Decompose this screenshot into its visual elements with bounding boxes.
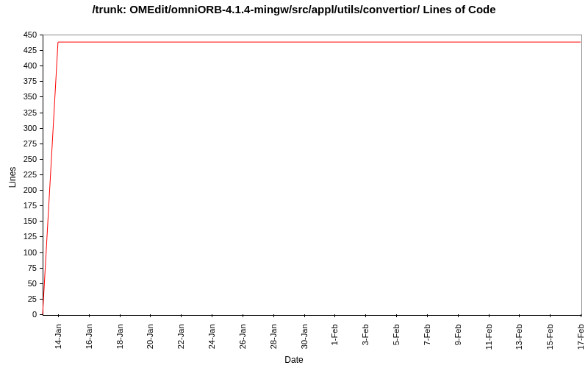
x-tick-mark xyxy=(304,314,305,317)
y-tick-mark xyxy=(40,50,43,51)
x-tick-label: 30-Jan xyxy=(300,325,308,369)
x-tick-mark xyxy=(365,314,366,317)
x-tick-mark xyxy=(150,314,151,317)
x-tick-label: 13-Feb xyxy=(515,325,523,369)
y-tick-mark xyxy=(40,283,43,284)
y-tick-mark xyxy=(40,236,43,237)
x-tick-mark xyxy=(181,314,182,317)
y-tick-mark xyxy=(40,190,43,191)
x-tick-label: 17-Feb xyxy=(577,325,585,369)
y-tick-label: 75 xyxy=(0,264,37,272)
chart-container: /trunk: OMEdit/omniORB-4.1.4-mingw/src/a… xyxy=(0,0,588,368)
x-tick-label: 22-Jan xyxy=(177,325,185,369)
x-tick-label: 9-Feb xyxy=(453,325,462,369)
y-tick-mark xyxy=(40,221,43,222)
y-tick-mark xyxy=(40,128,43,129)
x-tick-label: 28-Jan xyxy=(269,325,277,369)
y-tick-mark xyxy=(40,268,43,269)
y-tick-mark xyxy=(40,205,43,206)
y-tick-label: 375 xyxy=(0,77,37,85)
y-tick-label: 25 xyxy=(0,295,37,303)
x-tick-mark xyxy=(489,314,490,317)
y-tick-mark xyxy=(40,113,43,113)
y-tick-label: 125 xyxy=(0,233,37,241)
x-tick-label: 26-Jan xyxy=(238,325,246,369)
y-tick-label: 400 xyxy=(0,62,37,70)
x-tick-label: 11-Feb xyxy=(484,325,492,369)
y-tick-label: 200 xyxy=(0,186,37,194)
x-tick-label: 5-Feb xyxy=(392,325,401,369)
x-tick-label: 20-Jan xyxy=(146,325,154,369)
x-tick-mark xyxy=(89,314,90,317)
x-tick-label: 18-Jan xyxy=(115,325,123,369)
x-tick-label: 16-Jan xyxy=(85,325,93,369)
x-tick-mark xyxy=(243,314,243,317)
y-tick-label: 425 xyxy=(0,46,37,54)
y-tick-mark xyxy=(40,66,43,66)
y-tick-label: 0 xyxy=(0,311,37,319)
x-tick-mark xyxy=(212,314,212,317)
y-tick-mark xyxy=(40,174,43,175)
y-tick-mark xyxy=(40,96,43,97)
x-tick-mark xyxy=(458,314,459,317)
y-tick-mark xyxy=(40,144,43,144)
x-tick-mark xyxy=(120,314,121,317)
x-tick-mark xyxy=(427,314,428,317)
x-tick-label: 24-Jan xyxy=(208,325,216,369)
y-tick-mark xyxy=(40,299,43,300)
y-tick-label: 175 xyxy=(0,202,37,210)
x-tick-label: 3-Feb xyxy=(362,325,370,369)
x-tick-mark xyxy=(519,314,520,317)
x-tick-mark xyxy=(581,314,581,317)
x-tick-mark xyxy=(58,314,59,317)
y-tick-mark xyxy=(40,252,43,253)
y-tick-label: 100 xyxy=(0,249,37,257)
y-tick-label: 350 xyxy=(0,93,37,101)
x-tick-mark xyxy=(334,314,335,317)
chart-title: /trunk: OMEdit/omniORB-4.1.4-mingw/src/a… xyxy=(0,3,588,17)
x-tick-label: 15-Feb xyxy=(546,325,554,369)
y-tick-label: 225 xyxy=(0,171,37,179)
y-tick-mark xyxy=(40,81,43,82)
y-tick-label: 300 xyxy=(0,124,37,132)
y-tick-label: 250 xyxy=(0,155,37,163)
y-tick-mark xyxy=(40,35,43,35)
y-tick-label: 450 xyxy=(0,31,37,39)
x-tick-label: 14-Jan xyxy=(54,325,62,369)
y-tick-label: 150 xyxy=(0,217,37,225)
y-tick-label: 275 xyxy=(0,140,37,148)
x-tick-label: 1-Feb xyxy=(331,325,339,369)
y-tick-label: 325 xyxy=(0,109,37,117)
x-tick-mark xyxy=(396,314,397,317)
y-tick-mark xyxy=(40,314,43,315)
plot-area xyxy=(43,35,582,316)
x-tick-mark xyxy=(273,314,274,317)
x-tick-label: 7-Feb xyxy=(423,325,431,369)
y-tick-mark xyxy=(40,159,43,160)
y-tick-label: 50 xyxy=(0,280,37,288)
x-tick-mark xyxy=(550,314,551,317)
